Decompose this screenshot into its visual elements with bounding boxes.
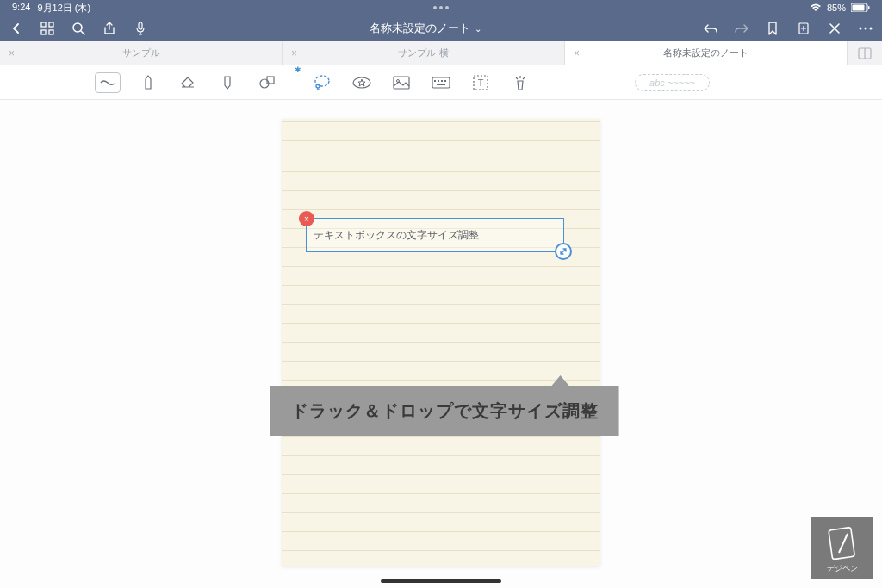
svg-rect-5 [41,30,46,34]
status-bar: 9:24 9月12日 (木) 85% [0,0,882,15]
svg-rect-23 [432,77,450,88]
textbox-delete-icon[interactable]: × [299,211,314,226]
text-icon[interactable]: T [469,71,493,95]
svg-rect-31 [829,527,854,559]
svg-rect-3 [41,22,46,27]
tab-split-icon[interactable] [848,41,882,65]
svg-rect-25 [438,80,439,82]
laser-icon[interactable] [508,71,532,95]
search-icon[interactable] [71,21,86,36]
tab-close-icon[interactable]: × [574,47,580,59]
mic-icon[interactable] [133,21,148,36]
pen-icon[interactable] [136,71,160,95]
bluetooth-icon: ✱ [295,65,301,74]
svg-point-19 [316,84,320,88]
status-time: 9:24 [12,2,30,15]
svg-rect-26 [441,80,443,82]
bookmark-icon[interactable] [765,21,780,36]
svg-rect-4 [49,22,53,27]
svg-rect-9 [139,22,142,29]
svg-rect-24 [434,80,436,82]
status-right: 85% [810,3,870,13]
document-title[interactable]: 名称未設定のノート ⌄ [370,21,481,36]
status-date: 9月12日 (木) [37,2,90,15]
svg-point-11 [860,28,862,30]
toolbar: ✱ T abc ~~~~~ [0,65,882,100]
add-page-icon[interactable] [796,21,811,36]
tab-close-icon[interactable]: × [291,47,297,59]
shapes-icon[interactable] [255,71,279,95]
textbox-resize-handle[interactable] [555,243,572,260]
battery-icon [851,3,870,12]
home-indicator[interactable] [381,579,501,583]
title-bar: 名称未設定のノート ⌄ [0,15,882,41]
more-icon[interactable] [858,21,873,36]
tab-sample-wide[interactable]: × サンプル 横 [283,41,565,65]
eraser-icon[interactable] [176,71,200,95]
tabs: × サンプル × サンプル 横 × 名称未設定のノート [0,41,882,65]
multitask-dots[interactable] [433,6,449,9]
svg-rect-21 [394,77,409,89]
svg-rect-2 [868,6,870,9]
svg-line-32 [839,534,848,553]
battery-percent: 85% [827,3,846,13]
zoom-fit-icon[interactable] [95,72,121,93]
keyboard-icon[interactable] [429,71,453,95]
watermark: デジペン [811,517,873,579]
svg-rect-17 [267,77,274,84]
status-left: 9:24 9月12日 (木) [12,2,90,15]
chevron-down-icon: ⌄ [475,24,481,34]
note-paper[interactable]: テキストボックスの文字サイズ調整 × [282,119,600,566]
redo-icon[interactable] [734,21,749,36]
textbox-content: テキストボックスの文字サイズ調整 [314,228,479,243]
close-icon[interactable] [827,21,842,36]
highlighter-icon[interactable] [215,71,239,95]
share-icon[interactable] [102,21,117,36]
svg-line-8 [81,31,84,34]
style-preview[interactable]: abc ~~~~~ [635,74,710,91]
undo-icon[interactable] [703,21,718,36]
svg-rect-6 [49,30,53,34]
image-icon[interactable] [389,71,413,95]
tab-close-icon[interactable]: × [9,47,15,59]
stamp-icon[interactable] [350,71,374,95]
svg-rect-28 [437,84,445,85]
canvas-area[interactable]: テキストボックスの文字サイズ調整 × ドラック＆ドロップで文字サイズ調整 [0,100,882,588]
svg-point-12 [865,28,867,30]
lasso-icon[interactable] [310,71,334,95]
svg-rect-1 [853,5,865,11]
svg-rect-27 [444,80,446,82]
svg-text:T: T [478,77,484,88]
instruction-tooltip: ドラック＆ドロップで文字サイズ調整 [270,386,619,436]
watermark-label: デジペン [827,563,858,574]
wifi-icon [810,3,822,12]
textbox[interactable]: テキストボックスの文字サイズ調整 × [306,218,564,252]
tab-untitled[interactable]: × 名称未設定のノート [565,41,848,65]
tab-sample[interactable]: × サンプル [0,41,283,65]
grid-icon[interactable] [40,21,55,36]
svg-point-13 [870,28,873,30]
back-button[interactable] [9,21,24,36]
